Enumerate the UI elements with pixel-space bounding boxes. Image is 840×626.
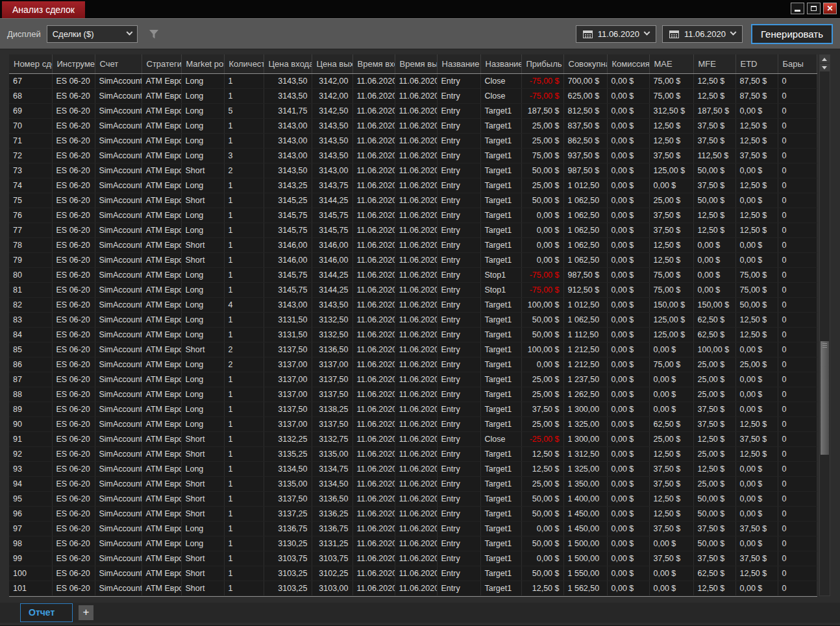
display-select[interactable]: Сделки ($)	[47, 25, 138, 43]
cell-etd: 75,00 $	[735, 282, 778, 297]
table-row[interactable]: 72ES 06-20SimAccountATM ЕвроLong33143,00…	[9, 148, 817, 163]
cell-exit_time: 11.06.2020	[395, 476, 437, 491]
table-row[interactable]: 73ES 06-20SimAccountATM ЕвроShort23143,5…	[9, 163, 817, 178]
cell-profit: 0,00 $	[521, 357, 563, 372]
tab-report[interactable]: Отчет	[20, 603, 73, 622]
calendar-icon	[669, 30, 679, 38]
cell-exit_price: 3134,75	[312, 461, 352, 476]
table-row[interactable]: 96ES 06-20SimAccountATM ЕвроShort13137,2…	[9, 506, 817, 521]
table-row[interactable]: 91ES 06-20SimAccountATM ЕвроShort13132,2…	[9, 431, 817, 446]
cell-position: Long	[181, 118, 224, 133]
scroll-up-button[interactable]	[820, 55, 830, 64]
scrollbar-thumb[interactable]	[821, 341, 829, 455]
cell-bars: 0	[778, 372, 817, 387]
cell-entry_time: 11.06.2020	[352, 476, 395, 491]
add-tab-button[interactable]: +	[79, 605, 93, 620]
cell-mfe: 62,50 $	[693, 312, 735, 327]
cell-account: SimAccount	[95, 297, 142, 312]
cell-exit_price: 3136,75	[312, 521, 352, 536]
cell-exit_price: 3146,00	[312, 252, 352, 267]
close-button[interactable]: ✕	[823, 3, 837, 14]
cell-entry_time: 11.06.2020	[352, 178, 395, 193]
vertical-scrollbar[interactable]	[819, 54, 830, 596]
cell-mae: 25,00 $	[649, 431, 693, 446]
table-row[interactable]: 83ES 06-20SimAccountATM ЕвроLong13131,50…	[9, 312, 817, 327]
column-header-mae[interactable]: MAE	[649, 54, 693, 73]
table-row[interactable]: 93ES 06-20SimAccountATM ЕвроLong13134,50…	[9, 461, 817, 476]
maximize-button[interactable]	[807, 3, 821, 14]
column-header-mfe[interactable]: MFE	[693, 54, 735, 73]
column-header-position[interactable]: Market position	[181, 54, 224, 73]
generate-button[interactable]: Генерировать	[751, 24, 833, 44]
table-row[interactable]: 76ES 06-20SimAccountATM ЕвроLong13145,75…	[9, 208, 817, 223]
cell-position: Long	[181, 282, 224, 297]
table-row[interactable]: 78ES 06-20SimAccountATM ЕвроShort13146,0…	[9, 237, 817, 252]
table-row[interactable]: 81ES 06-20SimAccountATM ЕвроLong13145,75…	[9, 282, 817, 297]
table-row[interactable]: 101ES 06-20SimAccountATM ЕвроShort13103,…	[9, 581, 817, 596]
table-row[interactable]: 82ES 06-20SimAccountATM ЕвроLong43143,00…	[9, 297, 817, 312]
table-row[interactable]: 88ES 06-20SimAccountATM ЕвроLong13137,00…	[9, 387, 817, 402]
table-row[interactable]: 99ES 06-20SimAccountATM ЕвроShort13103,7…	[9, 551, 817, 566]
table-row[interactable]: 67ES 06-20SimAccountATM ЕвроLong13143,50…	[9, 73, 817, 88]
cell-position: Long	[181, 387, 224, 402]
cell-exit_price: 3142,00	[312, 88, 352, 103]
table-row[interactable]: 100ES 06-20SimAccountATM ЕвроShort13103,…	[9, 566, 817, 581]
scroll-down-button[interactable]	[820, 64, 830, 72]
table-row[interactable]: 79ES 06-20SimAccountATM ЕвроShort13146,0…	[9, 252, 817, 267]
cell-exit_name: Target1	[480, 208, 521, 223]
column-header-account[interactable]: Счет	[95, 54, 142, 73]
table-row[interactable]: 92ES 06-20SimAccountATM ЕвроShort13135,2…	[9, 446, 817, 461]
table-row[interactable]: 94ES 06-20SimAccountATM ЕвроShort13135,0…	[9, 476, 817, 491]
column-header-instrument[interactable]: Инструмент	[52, 54, 95, 73]
column-header-exit_price[interactable]: Цена выхода	[312, 54, 352, 73]
table-row[interactable]: 97ES 06-20SimAccountATM ЕвроLong13136,75…	[9, 521, 817, 536]
cell-cum_profit: 1 350,00	[563, 476, 607, 491]
table-row[interactable]: 90ES 06-20SimAccountATM ЕвроLong13137,00…	[9, 416, 817, 431]
triangle-up-icon	[822, 58, 827, 61]
table-row[interactable]: 69ES 06-20SimAccountATM ЕвроLong53141,75…	[9, 103, 817, 118]
table-row[interactable]: 77ES 06-20SimAccountATM ЕвроLong13145,75…	[9, 223, 817, 237]
cell-bars: 0	[778, 193, 817, 208]
column-header-exit_time[interactable]: Время выхода	[395, 54, 437, 73]
column-header-cum_profit[interactable]: Совокупная прибыль	[563, 54, 607, 73]
table-row[interactable]: 85ES 06-20SimAccountATM ЕвроShort23137,5…	[9, 342, 817, 357]
column-header-bars[interactable]: Бары	[778, 54, 817, 73]
cell-exit_time: 11.06.2020	[395, 148, 437, 163]
table-row[interactable]: 98ES 06-20SimAccountATM ЕвроLong13130,25…	[9, 536, 817, 551]
table-row[interactable]: 84ES 06-20SimAccountATM ЕвроLong13131,50…	[9, 327, 817, 342]
table-row[interactable]: 71ES 06-20SimAccountATM ЕвроLong13143,00…	[9, 133, 817, 148]
filter-button[interactable]	[146, 26, 162, 42]
column-header-num[interactable]: Номер сделки	[9, 54, 52, 73]
cell-num: 92	[9, 446, 52, 461]
cell-commission: 0,00 $	[607, 193, 649, 208]
column-header-entry_name[interactable]: Название входа	[437, 54, 480, 73]
column-header-etd[interactable]: ETD	[735, 54, 778, 73]
minimize-button[interactable]	[791, 3, 804, 14]
column-header-exit_name[interactable]: Название выхода	[480, 54, 521, 73]
date-from-picker[interactable]: 11.06.2020	[576, 25, 656, 43]
table-row[interactable]: 70ES 06-20SimAccountATM ЕвроLong13143,00…	[9, 118, 817, 133]
cell-entry_name: Entry	[437, 193, 480, 208]
cell-qty: 2	[224, 163, 264, 178]
table-row[interactable]: 95ES 06-20SimAccountATM ЕвроShort13137,5…	[9, 491, 817, 506]
cell-profit: -75,00 $	[521, 73, 563, 88]
table-row[interactable]: 89ES 06-20SimAccountATM ЕвроLong13137,50…	[9, 402, 817, 416]
table-row[interactable]: 87ES 06-20SimAccountATM ЕвроLong13137,00…	[9, 372, 817, 387]
table-row[interactable]: 86ES 06-20SimAccountATM ЕвроLong23137,00…	[9, 357, 817, 372]
cell-bars: 0	[778, 133, 817, 148]
cell-bars: 0	[778, 148, 817, 163]
cell-num: 76	[9, 208, 52, 223]
table-row[interactable]: 74ES 06-20SimAccountATM ЕвроLong13143,25…	[9, 178, 817, 193]
table-row[interactable]: 75ES 06-20SimAccountATM ЕвроShort13145,2…	[9, 193, 817, 208]
column-header-entry_time[interactable]: Время входа	[352, 54, 395, 73]
column-header-profit[interactable]: Прибыль	[521, 54, 563, 73]
table-row[interactable]: 68ES 06-20SimAccountATM ЕвроLong13143,50…	[9, 88, 817, 103]
cell-profit: 25,00 $	[521, 476, 563, 491]
cell-mfe: 37,50 $	[693, 416, 735, 431]
column-header-commission[interactable]: Комиссия	[607, 54, 649, 73]
column-header-entry_price[interactable]: Цена входа	[264, 54, 312, 73]
date-to-picker[interactable]: 11.06.2020	[662, 25, 743, 43]
column-header-qty[interactable]: Количество	[224, 54, 264, 73]
table-row[interactable]: 80ES 06-20SimAccountATM ЕвроLong13145,75…	[9, 267, 817, 282]
column-header-strategy[interactable]: Стратегия	[142, 54, 181, 73]
